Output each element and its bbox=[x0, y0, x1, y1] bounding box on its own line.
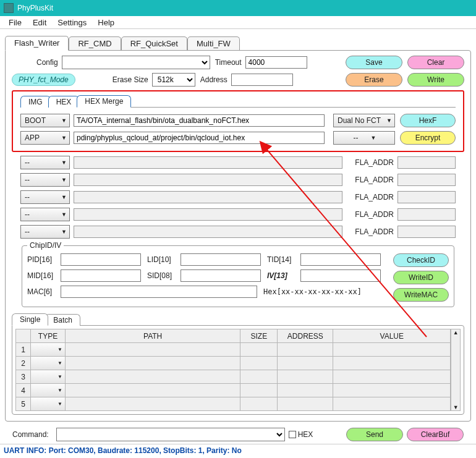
window-title: PhyPlusKit bbox=[17, 4, 53, 12]
address-label: Address bbox=[200, 75, 227, 84]
send-button[interactable]: Send bbox=[346, 428, 403, 441]
checkid-button[interactable]: CheckID bbox=[393, 253, 449, 267]
app-icon bbox=[4, 3, 14, 13]
tid-input[interactable] bbox=[300, 253, 381, 266]
chevron-down-icon: ▼ bbox=[61, 159, 67, 166]
address-input[interactable] bbox=[231, 74, 293, 86]
menu-settings[interactable]: Settings bbox=[53, 17, 91, 28]
menu-edit[interactable]: Edit bbox=[28, 17, 51, 28]
merge-row1-mode-select[interactable]: Dual No FCT▼ bbox=[333, 114, 395, 127]
merge-row1-type-select[interactable]: BOOT▼ bbox=[20, 114, 70, 127]
erase-size-select[interactable]: 512k bbox=[152, 73, 195, 87]
command-label: Command: bbox=[12, 430, 49, 439]
pid-label: PID[16] bbox=[27, 255, 57, 264]
merge-row4-type-select[interactable]: --▼ bbox=[20, 173, 70, 187]
sid-label: SID[08] bbox=[147, 271, 177, 280]
mid-label: MID[16] bbox=[27, 271, 57, 280]
tab-batch[interactable]: Batch bbox=[45, 314, 80, 326]
command-select[interactable] bbox=[56, 428, 285, 441]
menu-bar: File Edit Settings Help bbox=[0, 16, 476, 28]
tab-flash-writer[interactable]: Flash_Writer bbox=[5, 36, 69, 51]
tab-rf-cmd[interactable]: RF_CMD bbox=[69, 36, 121, 51]
highlight-box: IMG HEX HEX Merge BOOT▼ Dual No FCT▼ bbox=[12, 90, 464, 152]
merge-row2-mode-select[interactable]: --▼ bbox=[333, 131, 395, 145]
clear-button[interactable]: Clear bbox=[407, 56, 464, 69]
phy-fct-mode-badge[interactable]: PHY_fct_Mode bbox=[12, 74, 75, 86]
single-table: TYPE PATH SIZE ADDRESS VALUE 1▼ 2▼ 3▼ 4▼… bbox=[15, 329, 451, 411]
mac-input[interactable] bbox=[61, 286, 257, 298]
sid-input[interactable] bbox=[181, 269, 261, 282]
writeid-button[interactable]: WriteID bbox=[393, 271, 449, 284]
inner-tab-img[interactable]: IMG bbox=[20, 96, 51, 108]
hexf-button[interactable]: HexF bbox=[400, 114, 456, 127]
menu-help[interactable]: Help bbox=[93, 17, 119, 28]
write-button[interactable]: Write bbox=[407, 73, 464, 87]
tab-single[interactable]: Single bbox=[12, 313, 48, 326]
merge-row7-type-select[interactable]: --▼ bbox=[20, 225, 70, 239]
fla-addr-label: FLA_ADDR bbox=[351, 158, 397, 167]
timeout-label: Timeout bbox=[215, 58, 242, 67]
col-value: VALUE bbox=[333, 329, 451, 343]
config-label: Config bbox=[36, 58, 58, 67]
merge-row6-type-select[interactable]: --▼ bbox=[20, 208, 70, 221]
row-4-type[interactable]: ▼ bbox=[31, 384, 65, 397]
single-table-wrap: TYPE PATH SIZE ADDRESS VALUE 1▼ 2▼ 3▼ 4▼… bbox=[12, 325, 464, 415]
encrypt-button[interactable]: Encrypt bbox=[400, 131, 456, 145]
chevron-down-icon: ▼ bbox=[386, 117, 392, 124]
table-scrollbar[interactable]: ▲ ▼ bbox=[451, 329, 461, 411]
status-bar: UART INFO: Port: COM30, Baudrate: 115200… bbox=[0, 444, 476, 457]
col-path: PATH bbox=[66, 329, 240, 343]
merge-row4-path bbox=[74, 174, 342, 186]
chipid-iv-group: ChipID/IV PID[16] LID[10] TID[14] bbox=[22, 241, 454, 307]
row-3-type[interactable]: ▼ bbox=[31, 370, 65, 383]
chevron-down-icon: ▼ bbox=[61, 135, 67, 141]
pid-input[interactable] bbox=[61, 253, 141, 266]
mid-input[interactable] bbox=[61, 269, 141, 282]
save-button[interactable]: Save bbox=[346, 56, 402, 69]
chevron-down-icon: ▼ bbox=[371, 135, 376, 141]
iv-label: IV[13] bbox=[267, 271, 297, 280]
inner-tab-hex[interactable]: HEX bbox=[48, 96, 80, 108]
merge-row2-type-select[interactable]: APP▼ bbox=[20, 131, 70, 145]
col-size: SIZE bbox=[240, 329, 278, 343]
menu-file[interactable]: File bbox=[4, 17, 27, 28]
merge-row3-type-select[interactable]: --▼ bbox=[20, 156, 70, 169]
hex-checkbox[interactable]: HEX bbox=[289, 430, 313, 439]
merge-row5-type-select[interactable]: --▼ bbox=[20, 190, 70, 204]
merge-row2-path-input[interactable] bbox=[74, 132, 325, 144]
main-tab-row: Flash_Writer RF_CMD RF_QuickSet Multi_FW bbox=[5, 35, 471, 50]
timeout-input[interactable] bbox=[245, 56, 307, 69]
title-bar: PhyPlusKit bbox=[0, 0, 476, 16]
tid-label: TID[14] bbox=[267, 255, 297, 264]
merge-row3-path bbox=[74, 156, 342, 169]
writemac-button[interactable]: WriteMAC bbox=[393, 288, 449, 302]
flash-writer-panel: Config Timeout Save Clear PHY_fct_Mode E… bbox=[5, 50, 471, 422]
merge-row3-addr bbox=[397, 156, 456, 169]
hex-mask-label: Hex[xx-xx-xx-xx-xx-xx] bbox=[263, 287, 362, 296]
checkbox-icon bbox=[289, 431, 296, 438]
clearbuf-button[interactable]: ClearBuf bbox=[407, 428, 464, 441]
erase-size-label: Erase Size bbox=[113, 75, 148, 84]
merge-row1-path-input[interactable] bbox=[74, 114, 325, 127]
col-type: TYPE bbox=[31, 329, 66, 343]
lid-label: LID[10] bbox=[147, 255, 177, 264]
inner-tab-hex-merge[interactable]: HEX Merge bbox=[77, 95, 131, 108]
iv-input[interactable] bbox=[300, 269, 381, 282]
row-1-type[interactable]: ▼ bbox=[31, 343, 65, 356]
tab-rf-quickset[interactable]: RF_QuickSet bbox=[121, 36, 187, 51]
mac-label: MAC[6] bbox=[27, 287, 57, 296]
tab-multi-fw[interactable]: Multi_FW bbox=[187, 36, 240, 51]
scroll-up-icon[interactable]: ▲ bbox=[453, 329, 459, 336]
chevron-down-icon: ▼ bbox=[61, 117, 67, 124]
config-select[interactable] bbox=[62, 56, 210, 69]
erase-button[interactable]: Erase bbox=[346, 73, 402, 87]
lid-input[interactable] bbox=[181, 253, 261, 266]
scroll-down-icon[interactable]: ▼ bbox=[453, 404, 459, 410]
row-1-num: 1 bbox=[16, 343, 31, 357]
row-2-type[interactable]: ▼ bbox=[31, 357, 65, 370]
chipid-legend: ChipID/IV bbox=[27, 241, 64, 250]
col-address: ADDRESS bbox=[278, 329, 333, 343]
row-5-type[interactable]: ▼ bbox=[31, 397, 65, 410]
